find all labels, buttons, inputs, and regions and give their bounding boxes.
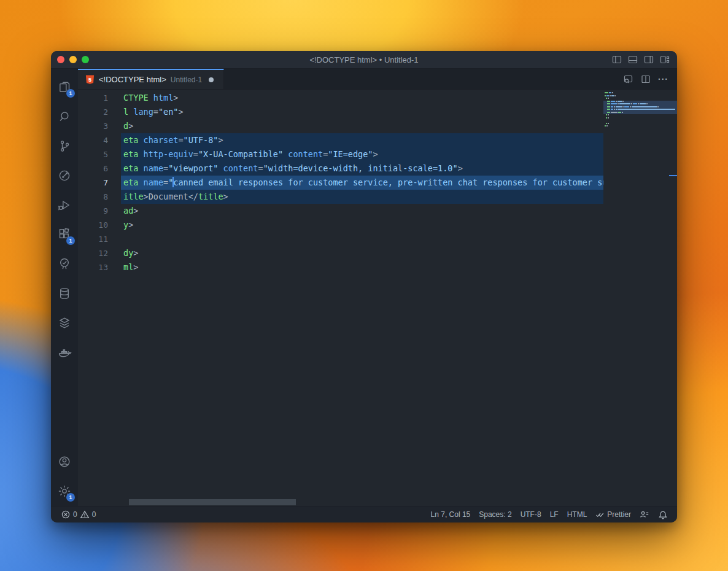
warning-icon — [80, 510, 90, 519]
debug-icon — [57, 198, 72, 212]
tree-check-icon — [57, 257, 72, 271]
tab-bar: 5 <!DOCTYPE html> Untitled-1 ··· — [78, 69, 677, 90]
desktop-wallpaper: <!DOCTYPE html> • Untitled-1 1 — [0, 0, 728, 571]
minimize-button[interactable] — [69, 56, 77, 63]
eol-status[interactable]: LF — [546, 507, 563, 522]
activity-layers[interactable] — [51, 308, 78, 338]
activity-extensions[interactable]: 1 — [51, 220, 78, 249]
extensions-badge: 1 — [66, 236, 75, 245]
toggle-secondary-sidebar-icon[interactable] — [644, 55, 654, 64]
activity-search[interactable] — [51, 102, 78, 131]
line-number: 4 — [78, 136, 123, 145]
code-line[interactable]: 12dy> — [78, 246, 603, 260]
database-icon — [57, 286, 72, 301]
code-text: ad> — [123, 204, 603, 218]
warning-count: 0 — [92, 510, 96, 519]
code-line[interactable]: 13ml> — [78, 260, 603, 274]
tab-untitled-1[interactable]: 5 <!DOCTYPE html> Untitled-1 — [78, 69, 224, 89]
code-text: eta name="canned email responses for cus… — [123, 176, 603, 190]
activity-bar: 1 1 — [51, 69, 78, 506]
titlebar[interactable]: <!DOCTYPE html> • Untitled-1 — [51, 51, 677, 69]
code-text: CTYPE html> — [123, 91, 603, 105]
minimap-code — [605, 92, 676, 128]
code-line[interactable]: 7eta name="canned email responses for cu… — [78, 176, 603, 190]
account-icon — [57, 454, 72, 469]
code-text: eta charset="UTF-8"> — [123, 133, 603, 147]
language-mode-status[interactable]: HTML — [563, 507, 592, 522]
html5-icon: 5 — [85, 75, 95, 84]
activity-database[interactable] — [51, 279, 78, 308]
commit-graph-icon — [57, 168, 72, 183]
feedback-status[interactable] — [635, 507, 654, 522]
error-count: 0 — [73, 510, 77, 519]
activity-docker[interactable] — [51, 338, 78, 367]
cursor-position-status[interactable]: Ln 7, Col 15 — [427, 507, 475, 522]
explorer-badge: 1 — [66, 89, 75, 98]
code-area[interactable]: 1CTYPE html>2l lang="en">3d>4eta charset… — [78, 91, 603, 506]
activity-testing[interactable] — [51, 249, 78, 279]
zoom-button[interactable] — [82, 56, 89, 63]
activity-source-control[interactable] — [51, 131, 78, 161]
bell-icon — [658, 510, 668, 519]
tab-filename: Untitled-1 — [171, 76, 202, 84]
code-line[interactable]: 9ad> — [78, 204, 603, 218]
close-button[interactable] — [57, 56, 64, 63]
activity-settings[interactable]: 1 — [51, 476, 78, 506]
line-number: 1 — [78, 93, 123, 103]
activity-explorer[interactable]: 1 — [51, 72, 78, 102]
problems-status[interactable]: 0 0 — [56, 507, 100, 522]
tab-label: <!DOCTYPE html> — [99, 75, 166, 84]
layers-icon — [57, 316, 72, 330]
code-line[interactable]: 4eta charset="UTF-8"> — [78, 133, 603, 147]
code-text: eta name="viewport" content="width=devic… — [123, 161, 603, 176]
open-preview-icon[interactable] — [623, 74, 633, 84]
line-number: 7 — [78, 178, 123, 187]
activity-commit-graph[interactable] — [51, 161, 78, 190]
toggle-panel-icon[interactable] — [628, 55, 638, 64]
encoding-status[interactable]: UTF-8 — [516, 507, 546, 522]
line-number: 3 — [78, 122, 123, 131]
code-text: l lang="en"> — [123, 105, 603, 119]
code-line[interactable]: 6eta name="viewport" content="width=devi… — [78, 161, 603, 176]
code-line[interactable]: 5eta http-equiv="X-UA-Compatible" conten… — [78, 147, 603, 161]
traffic-lights — [51, 56, 89, 63]
formatter-status[interactable]: Prettier — [591, 507, 635, 522]
code-editor[interactable]: 1CTYPE html>2l lang="en">3d>4eta charset… — [78, 90, 677, 506]
horizontal-scrollbar[interactable] — [129, 499, 296, 505]
code-line[interactable]: 10y> — [78, 218, 603, 232]
settings-badge: 1 — [66, 493, 75, 502]
code-line[interactable]: 2l lang="en"> — [78, 105, 603, 119]
error-icon — [61, 510, 71, 519]
code-line[interactable]: 8itle>Document</title> — [78, 190, 603, 204]
code-text: eta http-equiv="X-UA-Compatible" content… — [123, 147, 603, 161]
code-text: y> — [123, 218, 603, 232]
line-number: 12 — [78, 249, 123, 258]
code-text: dy> — [123, 246, 603, 260]
editor-actions: ··· — [623, 69, 677, 89]
line-number: 10 — [78, 220, 123, 230]
activity-accounts[interactable] — [51, 447, 78, 476]
docker-whale-icon — [57, 345, 72, 360]
search-icon — [57, 109, 72, 124]
line-number: 2 — [78, 107, 123, 117]
notifications-status[interactable] — [654, 507, 672, 522]
code-text: itle>Document</title> — [123, 190, 603, 204]
window-title: <!DOCTYPE html> • Untitled-1 — [51, 55, 677, 64]
activity-run-debug[interactable] — [51, 190, 78, 220]
dirty-indicator[interactable] — [209, 77, 214, 82]
minimap[interactable] — [603, 90, 677, 506]
git-branch-icon — [57, 139, 72, 153]
indentation-status[interactable]: Spaces: 2 — [474, 507, 516, 522]
line-number: 13 — [78, 263, 123, 272]
customize-layout-icon[interactable] — [660, 55, 670, 64]
overview-ruler-cursor — [669, 175, 677, 176]
status-bar: 0 0 Ln 7, Col 15 Spaces: 2 UTF-8 LF HTML… — [51, 506, 677, 522]
code-line[interactable]: 1CTYPE html> — [78, 91, 603, 105]
toggle-primary-sidebar-icon[interactable] — [612, 55, 622, 64]
split-editor-icon[interactable] — [641, 74, 651, 84]
line-number: 11 — [78, 235, 123, 244]
code-line[interactable]: 11 — [78, 232, 603, 246]
code-line[interactable]: 3d> — [78, 119, 603, 133]
layout-controls — [612, 55, 677, 64]
more-actions-icon[interactable]: ··· — [658, 75, 668, 84]
